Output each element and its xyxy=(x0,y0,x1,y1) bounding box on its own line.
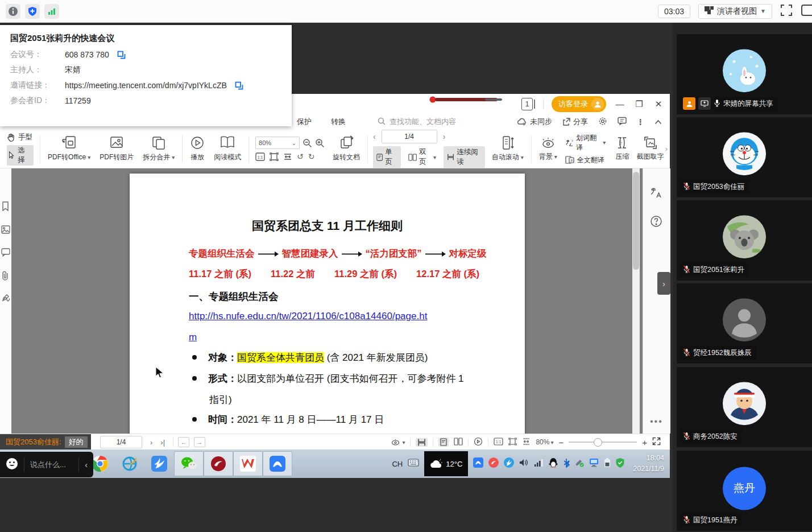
taskbar-wechat-icon[interactable] xyxy=(174,451,204,476)
participant-tile[interactable]: 国贸2051张莉升 xyxy=(677,200,812,281)
participant-tile[interactable]: 商务2052陈安 xyxy=(677,367,812,447)
keyboard-icon[interactable] xyxy=(408,459,419,469)
more-menu-icon[interactable]: ⋮ xyxy=(637,118,644,126)
help-icon[interactable] xyxy=(650,215,662,230)
statusbar-actual-size-icon[interactable]: 1:1 xyxy=(494,438,503,447)
zoom-in-icon[interactable] xyxy=(315,138,325,148)
rotate-left-icon[interactable]: ↺ xyxy=(297,152,304,161)
guest-login-button[interactable]: 访客登录 xyxy=(552,96,606,112)
hand-tool[interactable]: 手型 xyxy=(7,133,34,142)
taskbar-meeting-docs-icon[interactable] xyxy=(263,451,292,476)
document-search-input[interactable]: 查找功能、文档内容 xyxy=(378,117,456,127)
toolbar-overflow-icon[interactable]: › xyxy=(665,145,670,153)
settings-gear-icon[interactable] xyxy=(598,117,607,127)
panel-expander-handle[interactable]: › xyxy=(657,272,670,295)
statusbar-zoom-select[interactable]: 80%▾ xyxy=(536,438,553,446)
zoom-slider[interactable] xyxy=(569,442,637,443)
doc-hyperlink[interactable]: http://hs.nufe.edu.cn/tw/2021/1106/c108a… xyxy=(189,311,427,322)
actual-size-icon[interactable]: 1:1 xyxy=(255,152,265,161)
tray-network-icon[interactable] xyxy=(534,459,544,469)
tray-bluetooth-icon[interactable] xyxy=(563,458,570,470)
meeting-info-icon[interactable] xyxy=(6,4,20,19)
doc-hyperlink-wrap[interactable]: m xyxy=(189,332,197,343)
page-indicator[interactable]: 1/4 xyxy=(382,130,437,143)
single-page-mode[interactable]: 单页 xyxy=(373,146,401,168)
statusbar-play-icon[interactable] xyxy=(474,437,483,448)
rotate-right-icon[interactable]: ↻ xyxy=(308,152,315,161)
network-signal-icon[interactable] xyxy=(44,4,59,19)
fit-page-icon[interactable] xyxy=(270,152,279,161)
history-forward-button[interactable]: → xyxy=(194,437,205,447)
collapse-chat-icon[interactable]: ‹ xyxy=(85,460,88,469)
attachment-icon[interactable] xyxy=(1,271,9,283)
statusbar-background-icon[interactable]: ▾ xyxy=(391,439,405,446)
participant-tile[interactable]: 贸经1952魏辰姝辰 xyxy=(677,283,812,364)
close-button[interactable]: ✕ xyxy=(653,99,664,109)
weather-widget[interactable]: 12°C xyxy=(424,451,468,476)
signature-icon[interactable] xyxy=(1,294,10,304)
zoom-out-icon[interactable] xyxy=(303,138,312,148)
collapse-toolbar-icon[interactable] xyxy=(654,118,662,126)
taskbar-wps-icon[interactable] xyxy=(233,451,263,476)
translate-tool-icon[interactable] xyxy=(650,187,662,201)
statusbar-fit-width-icon[interactable] xyxy=(522,438,531,447)
shield-health-icon[interactable] xyxy=(25,4,40,19)
copy-icon[interactable] xyxy=(117,51,126,59)
emoji-icon[interactable] xyxy=(6,457,18,472)
participant-tile[interactable]: 宋婧的屏幕共享 xyxy=(677,34,812,114)
side-panel-toggle-icon[interactable]: 1 xyxy=(521,98,535,110)
tray-battery-icon[interactable] xyxy=(604,458,611,470)
tray-volume-icon[interactable] xyxy=(519,458,529,469)
tray-meeting-icon[interactable] xyxy=(473,457,483,470)
comment-icon[interactable] xyxy=(618,117,627,127)
taskbar-clock[interactable]: 18:04 2021/11/9 xyxy=(629,453,664,475)
window-panel-icon[interactable] xyxy=(801,4,812,19)
sync-status[interactable]: 未同步 xyxy=(517,117,552,127)
double-page-mode[interactable]: 双页▾ xyxy=(405,146,440,168)
tray-xunlei-icon[interactable] xyxy=(504,457,514,470)
document-viewport[interactable]: 国贸系团总支 11 月工作细则 专题组织生活会 智慧团建录入 “活力团支部” 对… xyxy=(11,168,643,434)
zoom-minus-button[interactable]: − xyxy=(558,438,564,447)
continuous-read-mode[interactable]: 连续阅读 xyxy=(444,146,485,168)
taskbar-music-app-icon[interactable] xyxy=(204,451,233,476)
restore-button[interactable]: ❐ xyxy=(633,99,645,109)
pdf-to-office-button[interactable]: PDF转Office▾ xyxy=(43,135,95,162)
pdf-to-image-button[interactable]: PDF转图片 xyxy=(95,135,138,162)
fit-width-icon[interactable] xyxy=(283,152,292,161)
tray-sync-tool-icon[interactable] xyxy=(575,458,584,469)
thumbnail-icon[interactable] xyxy=(1,225,10,236)
screenshot-button[interactable]: 截图取字 xyxy=(635,136,665,162)
participant-tile[interactable]: 燕丹 国贸1951燕丹 xyxy=(677,451,812,531)
taskbar-xunlei-icon[interactable] xyxy=(144,451,174,476)
chat-input-placeholder[interactable]: 说点什么... xyxy=(30,460,73,470)
auto-scroll-button[interactable]: 自动滚动▾ xyxy=(487,135,528,162)
zoom-select[interactable]: 80%⌄ xyxy=(255,137,300,149)
input-method-indicator[interactable]: CH xyxy=(392,460,403,468)
statusbar-double-page-icon[interactable] xyxy=(454,438,463,447)
zoom-slider-thumb[interactable] xyxy=(594,438,602,447)
compress-button[interactable]: 压缩 xyxy=(609,136,635,162)
comments-panel-icon[interactable] xyxy=(1,248,10,259)
statusbar-page-input[interactable]: 1/4 xyxy=(100,436,142,448)
split-merge-button[interactable]: 拆分合并▾ xyxy=(138,135,179,162)
word-translate-button[interactable]: 划词翻译▾ xyxy=(565,133,606,152)
share-button[interactable]: 分享 xyxy=(562,117,588,127)
tray-qq-icon[interactable] xyxy=(549,457,558,470)
minimize-button[interactable]: — xyxy=(614,99,625,109)
history-back-button[interactable]: ← xyxy=(178,437,189,447)
last-page-button[interactable]: ›| xyxy=(160,438,165,447)
full-translate-button[interactable]: a 全文翻译 xyxy=(565,155,606,165)
background-button[interactable]: 背景▾ xyxy=(535,136,562,162)
taskbar-ie-icon[interactable] xyxy=(115,451,144,476)
read-mode-button[interactable]: 阅读模式 xyxy=(209,135,246,162)
view-mode-dropdown[interactable]: 演讲者视图 ▼ xyxy=(698,4,772,19)
tray-shield-icon[interactable] xyxy=(616,458,624,470)
select-tool[interactable]: 选择 xyxy=(7,145,34,166)
chat-input-bar[interactable]: 说点什么... ‹ xyxy=(0,452,93,477)
tray-pc-manager-icon[interactable] xyxy=(589,458,599,469)
statusbar-fullscreen-icon[interactable] xyxy=(652,437,661,447)
scrollbar-thumb[interactable] xyxy=(633,172,639,270)
strip-more-icon[interactable]: ••• xyxy=(650,416,663,427)
zoom-plus-button[interactable]: + xyxy=(642,438,647,447)
bookmark-icon[interactable] xyxy=(1,201,10,213)
